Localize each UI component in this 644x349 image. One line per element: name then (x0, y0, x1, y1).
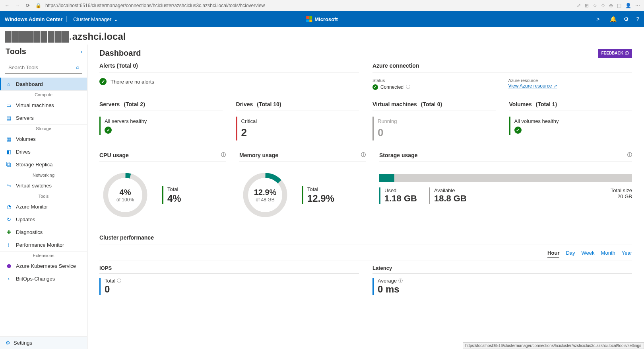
sidebar-item-label: Virtual switches (16, 183, 52, 189)
home-icon: ⌂ (6, 81, 12, 87)
azure-card: Azure connection Status ✓ Connected ⓘ Az… (372, 62, 632, 90)
collapse-sidebar-icon[interactable]: ‹ (81, 49, 82, 55)
tab-year[interactable]: Year (622, 250, 632, 258)
sidebar-title: Tools (6, 47, 26, 56)
sidebar-group-compute: Compute (0, 90, 87, 99)
perf-title: Cluster performance (99, 234, 632, 244)
collections-icon[interactable]: ⊕ (609, 3, 613, 8)
check-icon: ✓ (99, 78, 107, 85)
sidebar-item-volumes[interactable]: ▦ Volumes (0, 133, 87, 145)
tab-month[interactable]: Month (601, 250, 615, 258)
sidebar-item-drives[interactable]: ◧ Drives (0, 145, 87, 158)
sidebar-item-diagnostics[interactable]: ✚ Diagnostics (0, 226, 87, 238)
sidebar-item-servers[interactable]: ▤ Servers (0, 111, 87, 124)
tab-day[interactable]: Day (566, 250, 575, 258)
latency-card: Latency Averageⓘ 0 ms (372, 265, 632, 295)
check-icon: ✓ (105, 127, 112, 134)
storage-used-label: Used (384, 187, 417, 193)
iops-card: IOPS Totalⓘ 0 (99, 265, 359, 295)
cpu-side-label: Total (167, 186, 181, 192)
storage-avail-label: Available (434, 187, 467, 193)
context-dropdown[interactable]: Cluster Manager ⌄ (71, 16, 118, 22)
sidebar-item-azure-monitor[interactable]: ◔ Azure Monitor (0, 200, 87, 213)
notifications-icon[interactable]: 🔔 (610, 16, 617, 22)
console-icon[interactable]: >_ (596, 16, 603, 22)
info-icon[interactable]: ⓘ (406, 84, 410, 90)
tile-title: Drives (236, 101, 253, 107)
info-icon[interactable]: ⓘ (117, 278, 121, 284)
lock-icon: 🔒 (35, 3, 41, 8)
app-header: Windows Admin Center Cluster Manager ⌄ M… (0, 11, 644, 27)
aks-icon: ⬢ (6, 263, 12, 269)
sidebar: Tools ‹ ⌕ ⌂ Dashboard Compute ▭ Virtual … (0, 45, 87, 349)
search-icon: ⌕ (76, 64, 79, 70)
sidebar-item-aks[interactable]: ⬢ Azure Kubernetes Service (0, 259, 87, 272)
sidebar-item-storage-replica[interactable]: ⿻ Storage Replica (0, 158, 87, 171)
refresh-icon[interactable]: ⟳ (25, 3, 31, 8)
sidebar-item-label: Updates (16, 216, 35, 222)
sidebar-item-label: BiitOps-Changes (16, 276, 55, 282)
profile-icon[interactable]: 👤 (625, 3, 631, 8)
volumes-icon: ▦ (6, 136, 12, 142)
tile-total: (Total 1) (536, 101, 557, 107)
memory-donut-chart: 12.9% of 48 GB (239, 169, 291, 221)
info-icon[interactable]: ⓘ (627, 152, 632, 158)
info-icon[interactable]: ⓘ (398, 278, 403, 284)
gear-icon[interactable]: ⚙ (624, 16, 629, 22)
cpu-donut-chart: 4% of 100% (99, 169, 151, 221)
forward-icon[interactable]: → (14, 3, 21, 8)
browser-right-icons: ⤢ ⊞ ☆ ✩ ⊕ ⬚ 👤 ⋯ (577, 3, 640, 8)
sidebar-item-performance-monitor[interactable]: ⁞ Performance Monitor (0, 238, 87, 251)
azure-resource-link[interactable]: View Azure resource ↗ (508, 83, 557, 89)
browser-chrome: ← → ⟳ 🔒 https://localhost:6516/clusterma… (0, 0, 644, 11)
context-label: Cluster Manager (73, 16, 111, 22)
servers-icon: ▤ (6, 115, 12, 121)
servers-tile[interactable]: Servers(Total 2) All servers healthy ✓ (99, 101, 223, 140)
storage-total-val: 20 GB (611, 193, 632, 199)
sidebar-item-label: Azure Monitor (16, 204, 48, 210)
vms-tile[interactable]: Virtual machines(Total 0) Running 0 (372, 101, 496, 140)
sidebar-item-virtual-machines[interactable]: ▭ Virtual machines (0, 99, 87, 111)
check-icon: ✓ (514, 127, 522, 134)
menu-icon[interactable]: ⋯ (635, 3, 640, 8)
tab-week[interactable]: Week (582, 250, 595, 258)
cpu-sub: of 100% (116, 197, 134, 203)
ext-icon[interactable]: ⬚ (617, 3, 621, 8)
feedback-button[interactable]: FEEDBACK ⓘ (598, 49, 632, 58)
help-icon[interactable]: ? (636, 16, 639, 22)
search-input[interactable] (5, 61, 82, 74)
back-icon[interactable]: ← (4, 3, 10, 8)
tab-hour[interactable]: Hour (547, 250, 559, 258)
ext-icon[interactable]: ⊞ (585, 3, 589, 8)
volumes-tile[interactable]: Volumes(Total 1) All volumes healthy ✓ (509, 101, 632, 140)
tile-total: (Total 10) (257, 101, 281, 107)
alerts-title: Alerts (Total 0) (99, 62, 359, 72)
drives-tile[interactable]: Drives(Total 10) Critical 2 (236, 101, 359, 140)
tile-title: Servers (99, 101, 120, 107)
sidebar-item-updates[interactable]: ↻ Updates (0, 213, 87, 226)
brand[interactable]: Windows Admin Center (5, 16, 67, 22)
info-icon[interactable]: ⓘ (221, 152, 226, 158)
sidebar-item-biitops[interactable]: › BiitOps-Changes (0, 272, 87, 285)
sidebar-item-settings[interactable]: ⚙ Settings (0, 336, 87, 349)
cpu-side-val: 4% (167, 193, 181, 204)
iops-value: 0 (105, 284, 359, 295)
iops-label: Total (105, 278, 115, 284)
check-icon: ✓ (372, 84, 378, 90)
vm-icon: ▭ (6, 102, 12, 108)
biitops-icon: › (6, 275, 12, 282)
favorites-icon[interactable]: ✩ (601, 3, 605, 8)
usage-title: Storage usage (379, 152, 417, 158)
perfmon-icon: ⁞ (6, 242, 12, 248)
info-icon[interactable]: ⓘ (361, 152, 366, 158)
sidebar-item-virtual-switches[interactable]: ⇋ Virtual switches (0, 179, 87, 192)
ext-icon[interactable]: ⤢ (577, 3, 581, 8)
ext-icon[interactable]: ☆ (593, 3, 597, 8)
tile-title: Volumes (509, 101, 532, 107)
sidebar-item-dashboard[interactable]: ⌂ Dashboard (0, 78, 87, 90)
sidebar-group-storage: Storage (0, 124, 87, 133)
address-bar[interactable]: https://localhost:6516/clustermanager/co… (45, 3, 573, 8)
search-tools[interactable]: ⌕ (5, 61, 82, 74)
tile-label: All volumes healthy (514, 118, 632, 124)
storage-usage-card: Storage usageⓘ Used 1.18 GB Available 18… (379, 152, 632, 221)
